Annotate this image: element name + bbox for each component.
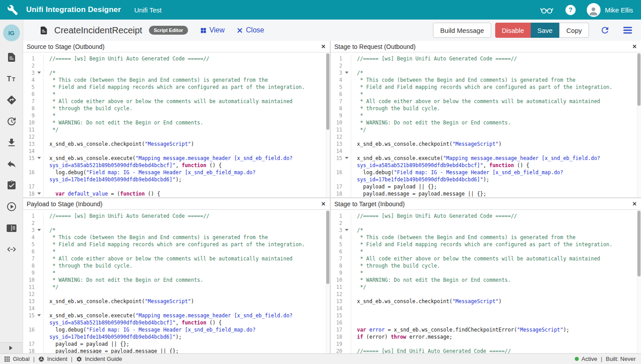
line-number: 9 bbox=[331, 112, 342, 119]
fold-arrow-icon[interactable] bbox=[35, 155, 43, 169]
code-editor[interactable]: 1//===== [ws] Begin Unifi Auto Generated… bbox=[23, 52, 330, 197]
fold-gutter bbox=[35, 105, 43, 112]
code-text: * All code either above or below the com… bbox=[43, 255, 330, 262]
sidebar-expand-icon[interactable] bbox=[9, 346, 12, 350]
code-text: /* bbox=[351, 227, 641, 234]
fold-gutter bbox=[35, 305, 43, 312]
panel-close-icon[interactable] bbox=[321, 44, 326, 49]
fold-gutter bbox=[35, 91, 43, 98]
panel-close-icon[interactable] bbox=[321, 201, 326, 206]
fold-gutter bbox=[342, 169, 351, 183]
editor-scrollbar[interactable] bbox=[326, 53, 330, 197]
fold-gutter bbox=[342, 98, 351, 105]
line-number: 5 bbox=[331, 241, 342, 248]
code-line: 3/* bbox=[23, 69, 330, 76]
scrollbar-thumb[interactable] bbox=[326, 53, 329, 130]
history-icon[interactable] bbox=[6, 116, 17, 127]
close-link[interactable]: Close bbox=[236, 26, 264, 34]
scrollbar-thumb[interactable] bbox=[637, 53, 641, 106]
statusbar-item-incident[interactable]: Incident bbox=[38, 356, 68, 362]
glasses-icon[interactable] bbox=[539, 4, 554, 16]
code-line: 16 log.debug("Field map: IG - Message He… bbox=[23, 169, 330, 183]
line-number: 14 bbox=[23, 305, 35, 312]
environment-name[interactable]: Unifi Test bbox=[134, 6, 161, 14]
code-text: //===== [ws] Begin Unifi Auto Generated … bbox=[43, 212, 330, 220]
code-text bbox=[43, 133, 330, 140]
grid-view-icon bbox=[200, 27, 207, 34]
fold-gutter bbox=[342, 140, 351, 148]
user-avatar[interactable] bbox=[587, 3, 601, 17]
fold-arrow-icon[interactable] bbox=[35, 227, 43, 234]
code-editor[interactable]: 1//===== [ws] Begin Unifi Auto Generated… bbox=[331, 52, 641, 197]
code-line: 1//===== [ws] Begin Unifi Auto Generated… bbox=[331, 212, 641, 220]
fold-arrow-icon[interactable] bbox=[35, 69, 43, 76]
line-number: 1 bbox=[331, 55, 342, 62]
fold-arrow-icon[interactable] bbox=[35, 312, 43, 326]
editor-scrollbar[interactable] bbox=[637, 210, 641, 353]
svg-text:?: ? bbox=[569, 6, 573, 13]
code-line: 11 */ bbox=[331, 284, 641, 291]
code-icon[interactable] bbox=[6, 244, 17, 255]
view-link[interactable]: View bbox=[200, 26, 224, 34]
code-line: 4 * This code (between the Begin and End… bbox=[331, 234, 641, 241]
book-icon[interactable] bbox=[6, 223, 17, 233]
directions-icon[interactable] bbox=[6, 95, 17, 105]
svg-text:T: T bbox=[7, 75, 11, 83]
panel-close-icon[interactable] bbox=[632, 201, 637, 206]
editor-scrollbar[interactable] bbox=[637, 53, 641, 197]
code-text: /* bbox=[351, 69, 641, 76]
fold-gutter bbox=[35, 340, 43, 348]
fold-gutter bbox=[35, 76, 43, 84]
copy-button[interactable]: Copy bbox=[559, 23, 589, 38]
code-text bbox=[351, 62, 641, 69]
fold-arrow-icon[interactable] bbox=[35, 190, 43, 197]
code-line: 2 bbox=[23, 220, 330, 227]
build-message-button[interactable]: Build Message bbox=[433, 23, 491, 38]
disable-button[interactable]: Disable bbox=[495, 23, 531, 38]
line-number: 6 bbox=[23, 91, 35, 98]
fold-gutter bbox=[35, 276, 43, 284]
fold-arrow-icon[interactable] bbox=[342, 155, 351, 169]
line-number: 16 bbox=[23, 169, 35, 183]
fold-arrow-icon[interactable] bbox=[342, 69, 351, 76]
code-text bbox=[43, 291, 330, 298]
fold-gutter bbox=[35, 212, 43, 220]
undo-icon[interactable] bbox=[6, 159, 17, 169]
line-number: 2 bbox=[331, 62, 342, 69]
line-number: 8 bbox=[331, 105, 342, 112]
play-circle-icon[interactable] bbox=[6, 201, 17, 212]
record-title: CreateIncidentReceipt bbox=[54, 25, 142, 36]
integration-avatar[interactable]: IG bbox=[3, 24, 20, 41]
line-number: 12 bbox=[23, 291, 35, 298]
statusbar-item-global[interactable]: Global bbox=[4, 356, 30, 362]
document-icon[interactable] bbox=[6, 52, 17, 63]
user-name[interactable]: Mike Ellis bbox=[605, 6, 633, 14]
text-format-icon[interactable]: TT bbox=[6, 73, 17, 84]
fold-gutter bbox=[35, 84, 43, 91]
refresh-icon[interactable] bbox=[600, 25, 610, 35]
code-editor[interactable]: 1//===== [ws] Begin Unifi Auto Generated… bbox=[23, 210, 330, 353]
fold-gutter bbox=[342, 312, 351, 319]
scrollbar-thumb[interactable] bbox=[326, 211, 329, 284]
download-icon[interactable] bbox=[6, 137, 17, 148]
code-text: //===== [ws] End Unifi Auto Generated Co… bbox=[351, 348, 641, 353]
code-editor[interactable]: 1//===== [ws] Begin Unifi Auto Generated… bbox=[331, 210, 641, 353]
code-line: 16 log.debug("Field map: IG - Message He… bbox=[331, 169, 641, 183]
line-number: 17 bbox=[331, 326, 342, 333]
line-number: 16 bbox=[23, 326, 35, 340]
hamburger-menu-icon[interactable] bbox=[622, 24, 633, 36]
fold-arrow-icon[interactable] bbox=[342, 227, 351, 234]
code-line: 8 * through the build cycle. bbox=[331, 262, 641, 269]
scrollbar-thumb[interactable] bbox=[637, 211, 641, 276]
panel-close-icon[interactable] bbox=[632, 44, 637, 49]
save-button[interactable]: Save bbox=[531, 23, 559, 38]
code-line: 14 bbox=[23, 305, 330, 312]
help-icon[interactable]: ? bbox=[565, 4, 576, 16]
statusbar-item-incident-guide[interactable]: Incident Guide bbox=[76, 356, 122, 362]
task-check-icon[interactable] bbox=[6, 180, 17, 191]
line-number: 11 bbox=[331, 126, 342, 133]
editor-scrollbar[interactable] bbox=[326, 210, 330, 353]
code-text: * This code (between the Begin and End c… bbox=[43, 234, 330, 241]
line-number: 15 bbox=[23, 312, 35, 326]
code-line: 6 * bbox=[23, 248, 330, 255]
